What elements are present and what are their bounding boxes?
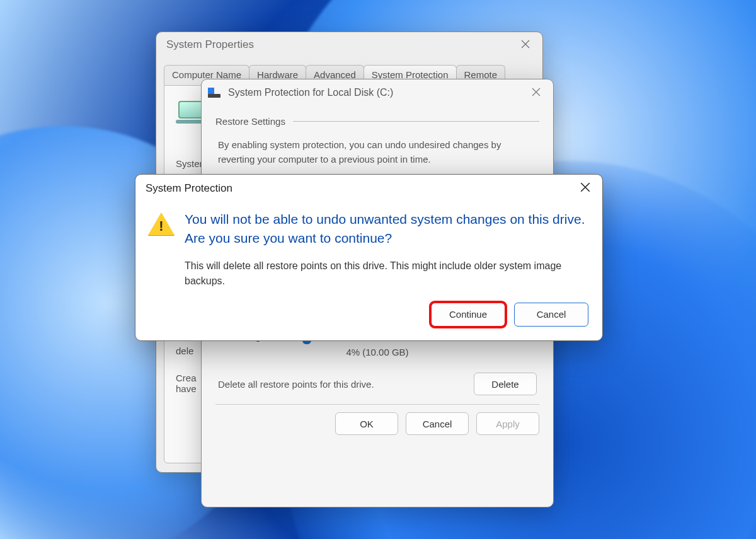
warning-icon: ! <box>148 212 175 236</box>
continue-button[interactable]: Continue <box>431 303 505 327</box>
confirm-footer: Continue Cancel <box>135 296 602 340</box>
close-icon[interactable] <box>525 86 547 100</box>
config-titlebar[interactable]: System Protection for Local Disk (C:) <box>202 79 553 106</box>
close-icon[interactable] <box>575 182 596 196</box>
sysprops-title: System Properties <box>163 38 515 51</box>
close-icon[interactable] <box>515 38 536 52</box>
apply-button: Apply <box>476 412 539 435</box>
cancel-button[interactable]: Cancel <box>514 303 588 327</box>
max-usage-value: 4% (10.00 GB) <box>215 347 539 357</box>
confirm-titlebar[interactable]: System Protection <box>135 175 602 202</box>
restore-settings-desc: By enabling system protection, you can u… <box>215 138 539 174</box>
delete-restore-points-text: Delete all restore points for this drive… <box>218 379 467 390</box>
cancel-button[interactable]: Cancel <box>406 412 469 435</box>
sysprops-titlebar[interactable]: System Properties <box>156 32 542 57</box>
confirm-headline: You will not be able to undo unwanted sy… <box>185 210 586 248</box>
drive-icon <box>208 88 220 98</box>
confirm-subtext: This will delete all restore points on t… <box>185 258 586 289</box>
config-footer: OK Cancel Apply <box>215 412 539 435</box>
restore-settings-group: Restore Settings By enabling system prot… <box>215 116 539 174</box>
ok-button[interactable]: OK <box>335 412 398 435</box>
config-title: System Protection for Local Disk (C:) <box>224 87 525 98</box>
confirm-title: System Protection <box>142 182 575 195</box>
confirmation-dialog: System Protection ! You will not be able… <box>135 174 603 341</box>
restore-settings-label: Restore Settings <box>215 116 285 127</box>
delete-button[interactable]: Delete <box>474 373 537 395</box>
